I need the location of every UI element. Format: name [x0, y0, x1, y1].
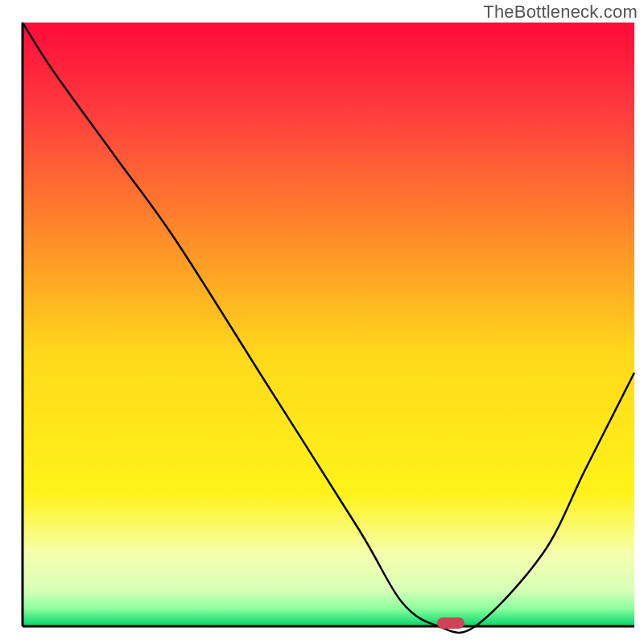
bottleneck-chart: [0, 0, 644, 644]
gradient-background: [23, 23, 634, 626]
optimal-marker: [437, 617, 464, 629]
chart-frame: TheBottleneck.com: [0, 0, 644, 644]
plot-area: [23, 23, 634, 633]
watermark-text: TheBottleneck.com: [483, 2, 638, 23]
